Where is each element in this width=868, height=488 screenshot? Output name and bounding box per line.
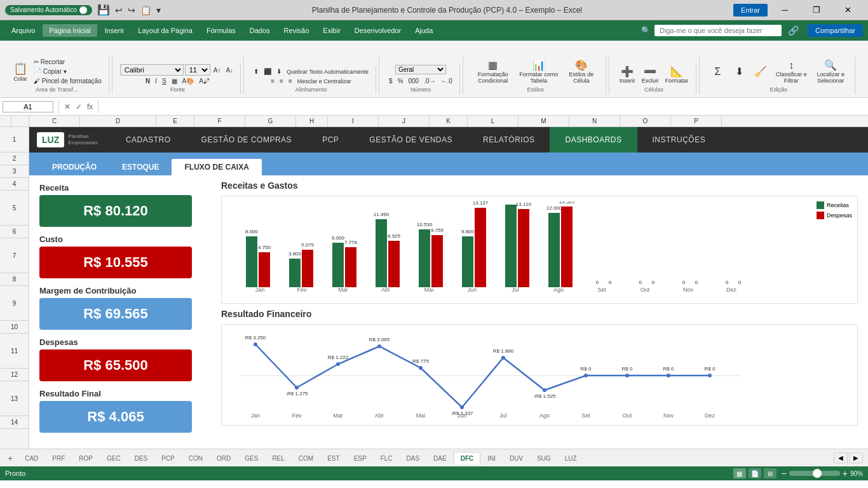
align-right-button[interactable]: ≡ [287,77,294,85]
paste-button[interactable]: 📋 Colar [10,60,31,83]
undo-icon[interactable]: ↩ [115,5,123,15]
fill-color-button[interactable]: A🎨 [180,77,196,85]
font-grow-button[interactable]: A↑ [212,66,223,74]
login-button[interactable]: Entrar [733,4,768,17]
sheet-tab-con[interactable]: CON [182,452,210,464]
col-K[interactable]: K [430,116,468,126]
name-box[interactable] [3,101,53,112]
sheet-tab-est[interactable]: EST [320,452,346,464]
col-H[interactable]: H [296,116,328,126]
align-center-button[interactable]: ≡ [278,77,285,85]
menu-desenvolvedor[interactable]: Desenvolvedor [348,24,407,37]
sheet-tab-duv[interactable]: DUV [503,452,530,464]
tab-scroll-right[interactable]: ▶ [849,452,863,463]
col-M[interactable]: M [519,116,569,126]
tab-scroll-left[interactable]: ◀ [834,452,848,463]
sub-tab-estoque[interactable]: ESTOQUE [109,159,172,175]
redo-icon[interactable]: ↪ [128,5,135,15]
format-painter[interactable]: 🖌 Pincel de formatação [32,77,104,85]
add-sheet-button[interactable]: + [3,451,18,466]
font-select[interactable]: Calibri [120,64,184,76]
nav-tab-dashboards[interactable]: DASHBOARDS [550,127,637,152]
col-G[interactable]: G [245,116,296,126]
col-J[interactable]: J [379,116,430,126]
menu-formulas[interactable]: Fórmulas [200,24,242,37]
menu-pagina-inicial[interactable]: Página Inicial [43,24,97,37]
zoom-out-button[interactable]: − [782,468,787,478]
sheet-tab-com[interactable]: COM [292,452,320,464]
nav-tab-compras[interactable]: GESTÃO DE COMPRAS [186,127,308,152]
normal-view-button[interactable]: ▦ [733,468,746,478]
find-select-button[interactable]: 🔍Localizar e Selecionar [811,58,850,85]
minimize-button[interactable]: ─ [770,1,799,20]
menu-layout[interactable]: Layout da Página [132,24,199,37]
currency-button[interactable]: $ [387,77,395,85]
fill-button[interactable]: ⬇ [729,64,749,79]
decimal-dec-button[interactable]: ←.0 [438,77,454,85]
confirm-formula-icon[interactable]: ✓ [76,102,82,111]
menu-dados[interactable]: Dados [243,24,276,37]
sheet-tab-cad[interactable]: CAD [18,452,45,464]
menu-arquivo[interactable]: Arquivo [5,24,41,37]
insert-cell-button[interactable]: ➕Inserir [617,64,638,85]
comma-button[interactable]: 000 [406,77,421,85]
sheet-tab-das[interactable]: DAS [400,452,427,464]
font-color-button[interactable]: A🖍 [197,77,212,85]
sheet-tab-ord[interactable]: ORD [210,452,238,464]
wrap-text-button[interactable]: Quebrar Texto Automaticamente [285,68,370,76]
col-C[interactable]: C [29,116,80,126]
customize-icon[interactable]: ▾ [156,5,161,15]
format-table-button[interactable]: 📊Formatar como Tabela [517,58,561,85]
align-left-button[interactable]: ≡ [269,77,276,85]
col-E[interactable]: E [156,116,194,126]
formula-input[interactable] [104,102,865,112]
cond-format-button[interactable]: ▦Formatação Condicional [471,58,515,85]
cut-button[interactable]: ✂ Recortar [32,58,104,66]
italic-button[interactable]: I [153,77,159,85]
merge-center-button[interactable]: Mesclar e Centralizar [295,78,353,85]
share-button[interactable]: Compartilhar [808,24,863,37]
font-size-select[interactable]: 11 [185,64,210,76]
sheet-tab-dae[interactable]: DAE [426,452,454,464]
sheet-tab-pcp[interactable]: PCP [154,452,182,464]
col-F[interactable]: F [194,116,245,126]
zoom-in-button[interactable]: + [843,468,848,478]
menu-ajuda[interactable]: Ajuda [409,24,439,37]
sub-tab-fluxo[interactable]: FLUXO DE CAIXA [172,159,261,175]
sheet-tab-rop[interactable]: ROP [72,452,100,464]
sheet-tab-ges[interactable]: GES [238,452,265,464]
bold-button[interactable]: N [144,77,152,85]
nav-tab-instrucoes[interactable]: INSTRUÇÕES [637,127,721,152]
align-top-button[interactable]: ⬆ [252,67,261,76]
copy-button[interactable]: 📄 Copiar ▾ [32,67,104,76]
zoom-slider[interactable] [789,471,840,476]
col-I[interactable]: I [328,116,379,126]
clear-button[interactable]: 🧹 [750,64,771,79]
autosave-toggle[interactable]: Salvamento Automático [5,5,92,15]
close-button[interactable]: ✕ [834,1,863,20]
menu-revisao[interactable]: Revisão [278,24,316,37]
page-break-button[interactable]: ⊞ [764,468,776,478]
sheet-tab-gec[interactable]: GEC [100,452,128,464]
sheet-tab-flc[interactable]: FLC [374,452,400,464]
menu-inserir[interactable]: Inserir [98,24,131,37]
search-input[interactable] [654,25,782,36]
quick-access-icon[interactable]: 📋 [140,5,151,15]
align-middle-button[interactable]: ⬛ [262,67,273,76]
col-L[interactable]: L [468,116,519,126]
sheet-tab-rel[interactable]: REL [265,452,291,464]
save-icon[interactable]: 💾 [97,4,110,16]
sort-filter-button[interactable]: ↕Classificar e Filtrar [772,58,810,85]
col-P[interactable]: P [671,116,722,126]
col-D[interactable]: D [80,116,156,126]
restore-button[interactable]: ❐ [802,1,831,20]
sheet-tab-prf[interactable]: PRF [45,452,72,464]
sheet-tab-sug[interactable]: SUG [530,452,558,464]
nav-tab-pcp[interactable]: PCP [307,127,354,152]
sheet-tab-ini[interactable]: INI [480,452,503,464]
cancel-formula-icon[interactable]: ✕ [64,102,71,111]
insert-function-icon[interactable]: fx [87,102,93,111]
nav-tab-cadastro[interactable]: CADASTRO [111,127,186,152]
menu-exibir[interactable]: Exibir [316,24,347,37]
sheet-tab-luz[interactable]: LUZ [558,452,584,464]
